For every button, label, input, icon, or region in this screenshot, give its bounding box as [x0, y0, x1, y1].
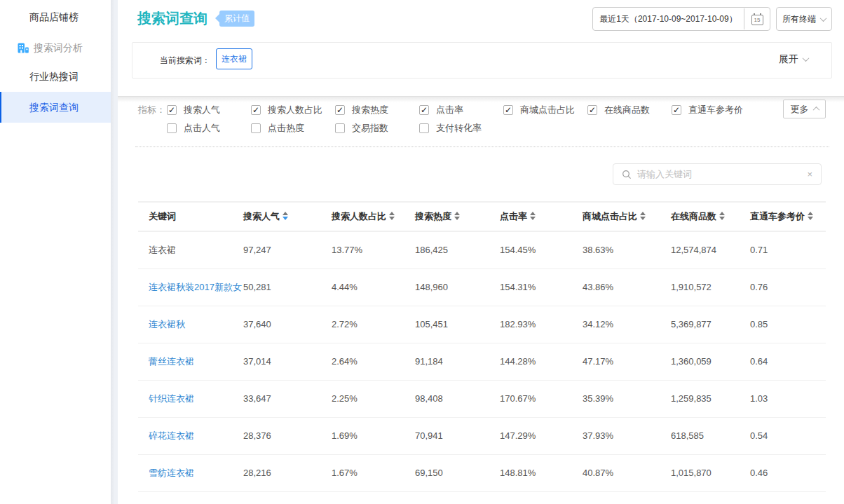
keyword-cell[interactable]: 碎花连衣裙 — [149, 418, 194, 454]
value-cell: 4.44% — [332, 269, 358, 306]
keywords-table: 关键词搜索人气搜索人数占比搜索热度点击率商城点击占比在线商品数直通车参考价 连衣… — [138, 201, 826, 492]
value-cell: 144.28% — [500, 343, 536, 380]
current-search-label: 当前搜索词： — [160, 43, 210, 78]
keyword-cell[interactable]: 连衣裙秋 — [149, 306, 185, 343]
more-button-label: 更多 — [791, 103, 809, 116]
metric-label: 点击人气 — [184, 122, 220, 135]
table-row: 连衣裙秋37,6402.72%105,451182.93%34.12%5,369… — [138, 306, 826, 343]
checkbox-checked-icon[interactable]: ✓ — [503, 105, 513, 115]
keyword-cell[interactable]: 连衣裙秋装2017新款女 — [149, 269, 242, 306]
sidebar-item-label: 搜索词查询 — [29, 102, 79, 113]
value-cell: 98,408 — [415, 381, 443, 417]
value-cell: 0.46 — [750, 455, 768, 491]
sidebar-item-search-word-analysis[interactable]: 搜索词分析 — [0, 32, 111, 63]
table-body: 连衣裙97,24713.77%186,425154.45%38.63%12,57… — [138, 232, 826, 492]
column-header[interactable]: 直通车参考价 — [750, 203, 813, 231]
clear-icon[interactable]: × — [807, 169, 812, 179]
value-cell: 1,910,572 — [671, 269, 712, 306]
metric-option[interactable]: ✓搜索人数占比 — [251, 104, 335, 116]
column-header-label: 商城点击占比 — [583, 211, 637, 222]
checkbox-checked-icon[interactable]: ✓ — [587, 105, 597, 115]
metric-option[interactable]: 点击人气 — [167, 122, 251, 134]
table-row: 连衣裙97,24713.77%186,425154.45%38.63%12,57… — [138, 232, 826, 269]
keyword-cell[interactable]: 针织连衣裙 — [149, 381, 194, 417]
sidebar-divider — [111, 0, 118, 504]
metric-option[interactable]: ✓商城点击占比 — [503, 104, 587, 116]
keyword-cell: 连衣裙 — [149, 232, 176, 268]
column-header[interactable]: 商城点击占比 — [583, 203, 646, 231]
table-row: 蕾丝连衣裙37,0142.64%91,184144.28%47.17%1,360… — [138, 343, 826, 381]
column-header-label: 搜索人气 — [243, 211, 280, 222]
chevron-down-icon — [820, 15, 827, 22]
table-row: 针织连衣裙33,6472.25%98,408170.67%35.39%1,259… — [138, 381, 826, 418]
value-cell: 2.64% — [332, 343, 358, 380]
sort-icon[interactable] — [454, 212, 460, 220]
metric-option[interactable]: 点击热度 — [251, 122, 335, 134]
sidebar-item-label: 搜索词分析 — [34, 42, 83, 53]
checkbox-unchecked-icon[interactable] — [167, 123, 177, 133]
metric-option[interactable]: 交易指数 — [335, 122, 419, 134]
metric-option[interactable]: ✓直通车参考价 — [672, 104, 756, 116]
checkbox-checked-icon[interactable]: ✓ — [167, 105, 177, 115]
value-cell: 148,960 — [415, 269, 448, 306]
sidebar-item-product-shop-rank[interactable]: 商品店铺榜 — [0, 1, 111, 32]
value-cell: 105,451 — [415, 306, 448, 343]
value-cell: 13.77% — [332, 232, 362, 268]
sort-icon[interactable] — [719, 212, 725, 220]
metric-option[interactable]: ✓搜索热度 — [335, 104, 419, 116]
value-cell: 1,259,835 — [671, 381, 712, 417]
value-cell: 35.39% — [583, 381, 613, 417]
checkbox-checked-icon[interactable]: ✓ — [251, 105, 261, 115]
metric-label: 搜索人数占比 — [268, 104, 322, 116]
checkbox-unchecked-icon[interactable] — [335, 123, 345, 133]
checkbox-checked-icon[interactable]: ✓ — [672, 105, 681, 115]
sort-icon[interactable] — [389, 212, 395, 220]
keyword-cell[interactable]: 雪纺连衣裙 — [149, 455, 194, 491]
metric-option[interactable]: 支付转化率 — [419, 122, 503, 134]
calendar-button[interactable]: 15 — [744, 8, 770, 29]
checkbox-unchecked-icon[interactable] — [419, 123, 429, 133]
keyword-search-input[interactable]: 请输入关键词 × — [613, 163, 822, 185]
value-cell: 182.93% — [500, 306, 536, 343]
metric-option[interactable]: ✓搜索人气 — [167, 104, 251, 116]
column-header: 关键词 — [149, 203, 176, 231]
checkbox-checked-icon[interactable]: ✓ — [335, 105, 345, 115]
expand-link[interactable]: 展开 — [779, 43, 808, 76]
checkbox-checked-icon[interactable]: ✓ — [419, 105, 429, 115]
value-cell: 28,376 — [243, 418, 271, 454]
column-header[interactable]: 在线商品数 — [671, 203, 725, 231]
sidebar: 商品店铺榜搜索词分析行业热搜词搜索词查询 — [0, 0, 111, 504]
more-button[interactable]: 更多 — [783, 100, 826, 118]
sort-icon[interactable] — [530, 212, 536, 220]
metrics-row-2: 点击人气点击热度交易指数支付转化率 — [167, 122, 503, 134]
terminal-select[interactable]: 所有终端 — [776, 7, 832, 31]
metric-option[interactable]: ✓点击率 — [419, 104, 503, 116]
search-placeholder: 请输入关键词 — [637, 168, 807, 181]
value-cell: 1.69% — [332, 418, 358, 454]
sort-icon[interactable] — [640, 212, 646, 220]
column-header[interactable]: 搜索热度 — [415, 203, 460, 231]
column-header[interactable]: 搜索人气 — [243, 203, 288, 231]
analysis-icon — [18, 43, 29, 53]
date-range-picker[interactable]: 最近1天（2017-10-09~2017-10-09） 15 — [592, 7, 770, 31]
accumulated-value-badge: 累计值 — [219, 11, 254, 27]
sidebar-item-industry-hot-words[interactable]: 行业热搜词 — [0, 61, 111, 92]
value-cell: 69,150 — [415, 455, 443, 491]
value-cell: 0.76 — [750, 269, 768, 306]
value-cell: 5,369,877 — [671, 306, 712, 343]
sort-icon[interactable] — [808, 212, 813, 220]
current-search-chip[interactable]: 连衣裙 — [216, 48, 252, 69]
sidebar-item-label: 商品店铺榜 — [29, 11, 79, 22]
value-cell: 12,574,874 — [671, 232, 716, 268]
metric-option[interactable]: ✓在线商品数 — [587, 104, 672, 116]
checkbox-unchecked-icon[interactable] — [251, 123, 261, 133]
sort-icon[interactable] — [283, 212, 288, 220]
column-header[interactable]: 搜索人数占比 — [332, 203, 395, 231]
column-header[interactable]: 点击率 — [500, 203, 536, 231]
section-divider-shadow — [118, 97, 844, 102]
date-range-text[interactable]: 最近1天（2017-10-09~2017-10-09） — [593, 13, 744, 25]
sidebar-item-search-word-query[interactable]: 搜索词查询 — [0, 92, 111, 123]
value-cell: 70,941 — [415, 418, 443, 454]
value-cell: 618,585 — [671, 418, 704, 454]
keyword-cell[interactable]: 蕾丝连衣裙 — [149, 343, 194, 380]
